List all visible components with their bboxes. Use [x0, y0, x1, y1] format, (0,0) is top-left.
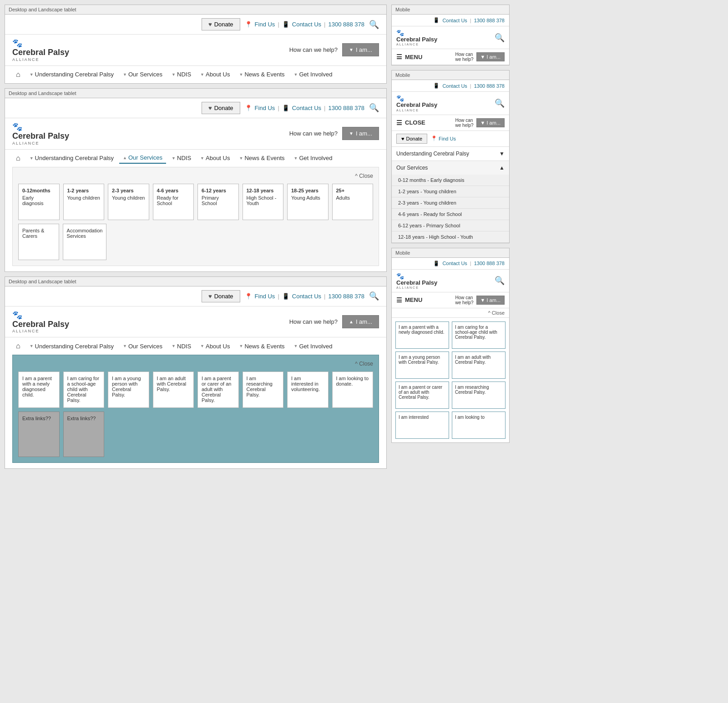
nav-understanding-1[interactable]: ▼ Understanding Cerebral Palsy — [26, 69, 117, 80]
iam-card-6[interactable]: I am researching Cerebral Palsy. — [243, 372, 284, 408]
mob-phone-link-1[interactable]: 1300 888 378 — [474, 18, 505, 23]
mob-logo-sub-3: ALLIANCE — [396, 286, 437, 289]
nav-services-3[interactable]: ▼ Our Services — [119, 341, 166, 352]
iam-card-1[interactable]: I am a parent with a newly diagnosed chi… — [18, 372, 60, 408]
nav-ndis-1[interactable]: ▼ NDIS — [168, 69, 195, 80]
nav-home-3[interactable]: ⌂ — [12, 340, 24, 352]
nav-news-2[interactable]: ▼ News & Events — [235, 153, 288, 163]
mob-iam-btn-1[interactable]: ▼ I am... — [476, 52, 505, 61]
mob-subnav-6-12[interactable]: 6-12 years - Primary School — [392, 220, 509, 231]
mob-subnav-12-18[interactable]: 12-18 years - High School - Youth — [392, 231, 509, 242]
service-card-0-12[interactable]: 0-12months Early diagnosis — [18, 184, 60, 220]
mob-iam-card-7[interactable]: I am interested — [395, 412, 449, 439]
mob-close-btn-2[interactable]: ☰ CLOSE — [396, 119, 425, 126]
mob-menu-btn-3[interactable]: ☰ MENU — [396, 296, 422, 304]
mob-nav-understanding-item[interactable]: Understanding Cerebral Palsy ▼ — [392, 147, 509, 161]
iam-card-8[interactable]: I am looking to donate. — [332, 372, 374, 408]
service-card-25plus[interactable]: 25+ Adults — [332, 184, 374, 220]
mob-iam-btn-2[interactable]: ▼ I am... — [476, 118, 505, 127]
close-services-btn[interactable]: ^ Close — [18, 173, 373, 179]
i-am-button-3[interactable]: ▲ I am... — [342, 315, 379, 328]
phone-link-3[interactable]: 1300 888 378 — [328, 293, 364, 300]
mob-iam-card-2[interactable]: I am caring for a school-age child with … — [452, 321, 506, 349]
mob-donate-btn[interactable]: ♥ Donate — [396, 134, 427, 144]
iam-card-2[interactable]: I am caring for a school-age child with … — [63, 372, 105, 408]
find-us-link-2[interactable]: Find Us — [255, 105, 275, 111]
contact-us-link-1[interactable]: Contact Us — [292, 21, 321, 28]
mob-iam-card-1[interactable]: I am a parent with a newly diagnosed chi… — [395, 321, 449, 349]
donate-button-3[interactable]: ♥ Donate — [202, 290, 240, 302]
mob-iam-btn-3[interactable]: ▼ I am... — [476, 296, 505, 305]
phone-link-2[interactable]: 1300 888 378 — [328, 105, 364, 111]
i-am-button-1[interactable]: ▼ I am... — [342, 43, 379, 56]
mob-search-btn-2[interactable]: 🔍 — [495, 98, 505, 108]
mob-subnav-0-12[interactable]: 0-12 months - Early diagnosis — [392, 175, 509, 186]
nav-about-2[interactable]: ▼ About Us — [197, 153, 233, 163]
find-us-link-3[interactable]: Find Us — [255, 293, 275, 300]
nav-understanding-3[interactable]: ▼ Understanding Cerebral Palsy — [26, 341, 117, 352]
mob-iam-card-4[interactable]: I am an adult with Cerebral Palsy. — [452, 352, 506, 379]
contact-us-link-3[interactable]: Contact Us — [292, 293, 321, 300]
iam-card-4[interactable]: I am an adult with Cerebral Palsy. — [153, 372, 194, 408]
nav-services-2[interactable]: ▲ Our Services — [119, 152, 166, 164]
nav-understanding-2[interactable]: ▼ Understanding Cerebral Palsy — [26, 153, 117, 163]
nav-about-3[interactable]: ▼ About Us — [197, 341, 233, 352]
donate-button-2[interactable]: ♥ Donate — [202, 102, 240, 114]
mob-iam-card-8[interactable]: I am looking to — [452, 412, 506, 439]
i-am-button-2[interactable]: ▼ I am... — [342, 127, 379, 140]
mob-iam-card-6[interactable]: I am researching Cerebral Palsy. — [452, 382, 506, 409]
nav-services-1[interactable]: ▼ Our Services — [119, 69, 166, 80]
service-card-6-12[interactable]: 6-12 years Primary School — [197, 184, 239, 220]
search-button-3[interactable]: 🔍 — [369, 291, 379, 301]
nav-news-1[interactable]: ▼ News & Events — [235, 69, 288, 80]
nav-news-3[interactable]: ▼ News & Events — [235, 341, 288, 352]
mob-iam-card-3[interactable]: I am a young person with Cerebral Palsy. — [395, 352, 449, 379]
service-card-12-18[interactable]: 12-18 years High School - Youth — [243, 184, 284, 220]
mob-findus-link[interactable]: 📍 Find Us — [431, 136, 456, 141]
mob-iam-close-btn[interactable]: ^ Close — [392, 308, 509, 318]
iam-card-3[interactable]: I am a young person with Cerebral Palsy. — [108, 372, 149, 408]
service-card-4-6[interactable]: 4-6 years Ready for School — [153, 184, 194, 220]
mob-phone-link-3[interactable]: 1300 888 378 — [474, 261, 505, 266]
mob-menu-btn-1[interactable]: ☰ MENU — [396, 53, 422, 60]
iam-card-7[interactable]: I am interested in volunteering. — [287, 372, 329, 408]
service-card-2-3[interactable]: 2-3 years Young children — [108, 184, 149, 220]
mob-nav-services-item[interactable]: Our Services ▲ — [392, 161, 509, 175]
mob-iam-card-5[interactable]: I am a parent or carer of an adult with … — [395, 382, 449, 409]
nav-ndis-3[interactable]: ▼ NDIS — [168, 341, 195, 352]
mob-search-btn-1[interactable]: 🔍 — [495, 33, 505, 43]
nav-ndis-2[interactable]: ▼ NDIS — [168, 153, 195, 163]
donate-button-1[interactable]: ♥ Donate — [202, 18, 240, 30]
mob-search-btn-3[interactable]: 🔍 — [495, 276, 505, 286]
nav-about-1[interactable]: ▼ About Us — [197, 69, 233, 80]
extra-links-1[interactable]: Extra links?? — [18, 412, 60, 457]
mob-phone-link-2[interactable]: 1300 888 378 — [474, 83, 505, 89]
search-button-1[interactable]: 🔍 — [369, 20, 379, 30]
phone-icon-2: 📱 — [282, 105, 289, 111]
mob-subnav-1-2[interactable]: 1-2 years - Young children — [392, 186, 509, 197]
mob-subnav-2-3[interactable]: 2-3 years - Young children — [392, 197, 509, 209]
nav-getinvolved-2[interactable]: ▼ Get Involved — [290, 153, 336, 163]
nav-home-1[interactable]: ⌂ — [12, 69, 24, 80]
close-iam-btn[interactable]: ^ Close — [18, 361, 373, 367]
nav-getinvolved-3[interactable]: ▼ Get Involved — [290, 341, 336, 352]
mob-contact-link-3[interactable]: Contact Us — [442, 261, 467, 266]
donate-label-3: Donate — [214, 293, 233, 300]
service-card-1-2[interactable]: 1-2 years Young children — [63, 184, 105, 220]
service-card-accommodation[interactable]: Accommodation Services — [63, 224, 107, 260]
nav-home-2[interactable]: ⌂ — [12, 152, 24, 164]
header-top-3: ♥ Donate 📍 Find Us | 📱 Contact Us | 1300… — [5, 286, 386, 306]
iam-card-5[interactable]: I am a parent or carer of an adult with … — [197, 372, 239, 408]
mob-logo-sub-1: ALLIANCE — [396, 43, 437, 46]
search-button-2[interactable]: 🔍 — [369, 103, 379, 113]
phone-link-1[interactable]: 1300 888 378 — [328, 21, 364, 28]
service-card-18-25[interactable]: 18-25 years Young Adults — [287, 184, 329, 220]
mob-contact-link-1[interactable]: Contact Us — [442, 18, 467, 23]
mob-subnav-4-6[interactable]: 4-6 years - Ready for School — [392, 209, 509, 220]
extra-links-2[interactable]: Extra links?? — [63, 412, 105, 457]
find-us-link-1[interactable]: Find Us — [255, 21, 275, 28]
nav-getinvolved-1[interactable]: ▼ Get Involved — [290, 69, 336, 80]
service-card-parents[interactable]: Parents & Carers — [18, 224, 59, 260]
contact-us-link-2[interactable]: Contact Us — [292, 105, 321, 111]
mob-contact-link-2[interactable]: Contact Us — [442, 83, 467, 89]
